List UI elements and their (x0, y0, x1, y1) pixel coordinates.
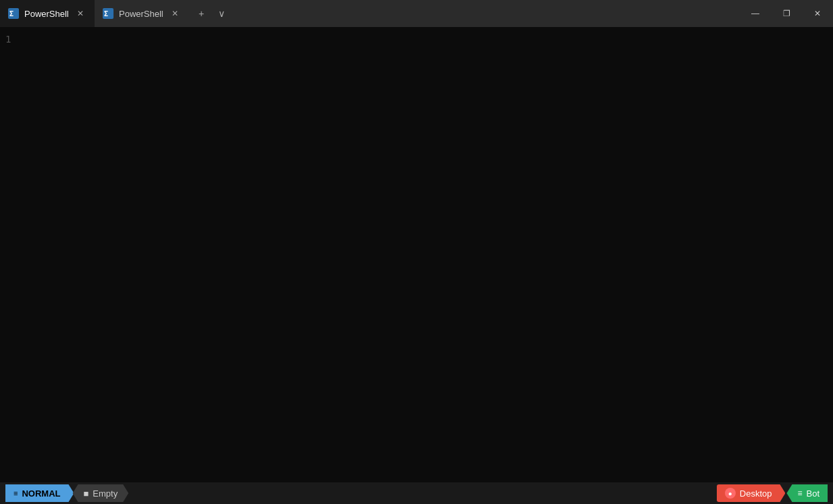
tab-powershell-2[interactable]: Σ PowerShell ✕ (95, 0, 189, 27)
status-right: ● Desktop ≡ Bot (717, 484, 828, 502)
status-file: ■ Empty (72, 484, 128, 502)
new-tab-button[interactable]: + (192, 4, 211, 23)
status-desktop: ● Desktop (717, 484, 786, 502)
tab-label-2: PowerShell (119, 9, 163, 19)
tab-powershell-1[interactable]: Σ PowerShell ✕ (0, 0, 95, 27)
mode-icon: ≡ (14, 489, 18, 497)
line-number-1: 1 (5, 34, 11, 45)
svg-text:Σ: Σ (9, 10, 14, 18)
terminal-content[interactable]: 1 (0, 27, 833, 482)
status-bar: ≡ NORMAL ■ Empty ● Desktop ≡ Bot (0, 482, 833, 504)
tab-actions: + ∨ (192, 4, 231, 23)
file-label: Empty (93, 488, 118, 499)
tab-close-1[interactable]: ✕ (74, 7, 86, 20)
svg-text:Σ: Σ (104, 10, 108, 18)
title-bar: Σ PowerShell ✕ Σ PowerShell ✕ + ∨ — ❐ (0, 0, 833, 27)
status-left: ≡ NORMAL ■ Empty (5, 484, 128, 502)
minimize-button[interactable]: — (740, 0, 771, 27)
file-icon: ■ (83, 488, 89, 499)
close-button[interactable]: ✕ (802, 0, 833, 27)
mode-label: NORMAL (22, 488, 60, 499)
tab-label-1: PowerShell (24, 9, 69, 19)
line-numbers: 1 (5, 32, 11, 47)
status-bot: ≡ Bot (786, 484, 828, 502)
maximize-button[interactable]: ❐ (771, 0, 802, 27)
status-mode: ≡ NORMAL (5, 484, 74, 502)
tab-dropdown-button[interactable]: ∨ (212, 4, 231, 23)
bot-label: Bot (806, 488, 819, 499)
desktop-icon: ● (725, 488, 736, 499)
powershell-icon-1: Σ (8, 8, 19, 19)
desktop-label: Desktop (740, 488, 772, 499)
powershell-icon-2: Σ (103, 8, 113, 19)
window-controls: — ❐ ✕ (740, 0, 833, 27)
bot-icon: ≡ (797, 488, 802, 498)
tab-close-2[interactable]: ✕ (169, 7, 181, 20)
